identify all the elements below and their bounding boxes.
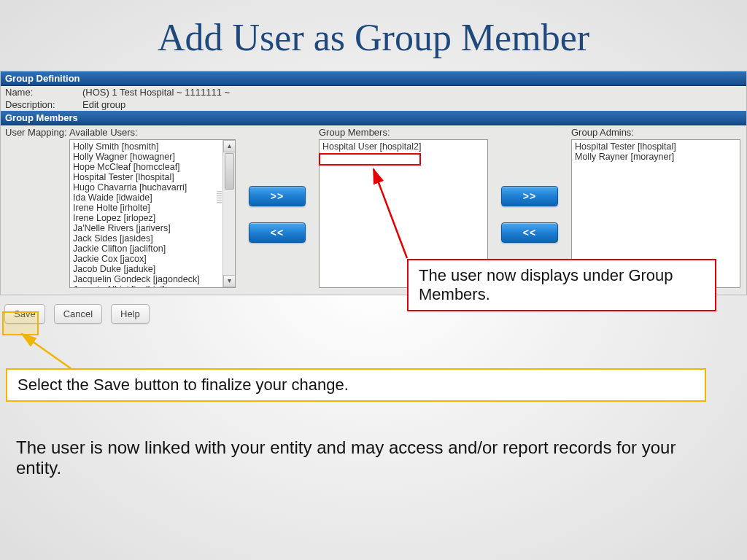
- arrow-to-save-icon: [15, 330, 80, 373]
- list-item[interactable]: Hospital Tester [lhospital]: [73, 172, 232, 182]
- available-users-column: Available Users: Holly Smith [hosmith]Ho…: [69, 127, 236, 288]
- list-item[interactable]: Ja'Nelle Rivers [jarivers]: [73, 223, 232, 233]
- list-item[interactable]: Jackie Clifton [jaclifton]: [73, 244, 232, 254]
- group-definition-header: Group Definition: [1, 71, 746, 86]
- list-item[interactable]: Jack Sides [jasides]: [73, 233, 232, 244]
- list-item[interactable]: Hope McCleaf [homccleaf]: [73, 162, 232, 172]
- name-value: (HOS) 1 Test Hospital ~ 1111111 ~: [82, 87, 230, 98]
- list-item[interactable]: Hugo Chavarria [huchavarri]: [73, 182, 232, 192]
- description-label: Description:: [5, 99, 82, 110]
- group-description-row: Description: Edit group: [1, 98, 746, 111]
- group-members-header: Group Members: [1, 111, 746, 125]
- list-item[interactable]: Ida Waide [idwaide]: [73, 192, 232, 203]
- list-item[interactable]: Jackie Cox [jacox]: [73, 254, 232, 264]
- description-value: Edit group: [82, 99, 125, 110]
- callout-red: The user now displays under Group Member…: [407, 259, 716, 311]
- remove-from-members-button[interactable]: <<: [249, 222, 306, 243]
- scroll-up-icon[interactable]: ▴: [223, 140, 236, 152]
- list-item[interactable]: Jacob Duke [jaduke]: [73, 264, 232, 274]
- list-item[interactable]: Holly Smith [hosmith]: [73, 141, 232, 152]
- scroll-thumb[interactable]: [225, 153, 234, 190]
- add-to-admins-button[interactable]: >>: [501, 186, 558, 206]
- group-name-row: Name: (HOS) 1 Test Hospital ~ 1111111 ~: [1, 86, 746, 98]
- add-to-members-button[interactable]: >>: [249, 186, 306, 206]
- list-item[interactable]: Irene Holte [irholte]: [73, 203, 232, 213]
- remove-from-admins-button[interactable]: <<: [501, 222, 558, 243]
- page-title: Add User as Group Member: [0, 16, 747, 59]
- group-members-caption: Group Members:: [319, 127, 488, 138]
- help-button[interactable]: Help: [111, 304, 150, 324]
- footer-note: The user is now linked with your entity …: [16, 438, 718, 478]
- name-label: Name:: [5, 87, 82, 98]
- transfer-buttons-members: >> <<: [236, 140, 319, 289]
- save-button[interactable]: Save: [4, 304, 45, 324]
- scrollbar[interactable]: ▴ ▾: [222, 140, 235, 287]
- cancel-button[interactable]: Cancel: [54, 304, 102, 324]
- list-item[interactable]: Hospital User [hospital2]: [322, 141, 484, 152]
- user-mapping-label: User Mapping:: [5, 127, 69, 138]
- available-users-caption: Available Users:: [69, 127, 236, 138]
- group-admins-caption: Group Admins:: [571, 127, 740, 138]
- svg-line-1: [22, 334, 71, 369]
- resize-grip-icon: [217, 191, 222, 204]
- list-item[interactable]: Irene Lopez [irlopez]: [73, 213, 232, 223]
- list-item[interactable]: Holly Wagner [howagner]: [73, 152, 232, 162]
- list-item[interactable]: Molly Rayner [morayner]: [575, 152, 737, 162]
- scroll-down-icon[interactable]: ▾: [223, 275, 236, 287]
- list-item[interactable]: Hospital Tester [lhospital]: [575, 141, 737, 152]
- available-users-listbox[interactable]: Holly Smith [hosmith]Holly Wagner [howag…: [69, 139, 236, 288]
- list-item[interactable]: Jacquie Albini [jaalbini]: [73, 284, 232, 288]
- list-item[interactable]: Jacquelin Gondeck [jagondeck]: [73, 274, 232, 284]
- callout-amber: Select the Save button to finalize your …: [6, 368, 706, 402]
